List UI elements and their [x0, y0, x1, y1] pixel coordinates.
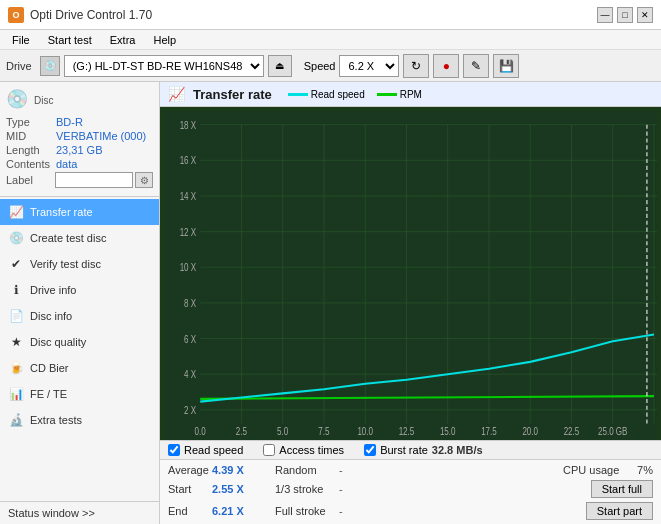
nav-extra-tests[interactable]: 🔬 Extra tests: [0, 407, 159, 433]
access-times-stat: Access times: [263, 444, 344, 456]
mid-value: VERBATIMe (000): [56, 130, 146, 142]
end-row: End 6.21 X Full stroke - Start part: [168, 500, 653, 522]
refresh-button[interactable]: ↻: [403, 54, 429, 78]
extra-tests-icon: 🔬: [8, 412, 24, 428]
status-window-label: Status window >>: [8, 507, 95, 519]
cpu-col: CPU usage 7%: [563, 464, 653, 476]
read-speed-checkbox[interactable]: [168, 444, 180, 456]
drive-select[interactable]: (G:) HL-DT-ST BD-RE WH16NS48 1.D3: [64, 55, 264, 77]
menu-help[interactable]: Help: [145, 32, 184, 48]
data-rows: Average 4.39 X Random - CPU usage 7% Sta…: [160, 459, 661, 524]
svg-text:4 X: 4 X: [184, 368, 197, 381]
toolbar: Drive 💿 (G:) HL-DT-ST BD-RE WH16NS48 1.D…: [0, 50, 661, 82]
nav-disc-quality[interactable]: ★ Disc quality: [0, 329, 159, 355]
chart-icon: 📈: [168, 86, 185, 102]
maximize-button[interactable]: □: [617, 7, 633, 23]
menu-extra[interactable]: Extra: [102, 32, 144, 48]
svg-text:14 X: 14 X: [180, 190, 197, 203]
nav-drive-info[interactable]: ℹ Drive info: [0, 277, 159, 303]
length-value: 23,31 GB: [56, 144, 102, 156]
nav-create-test-disc[interactable]: 💿 Create test disc: [0, 225, 159, 251]
random-value: -: [339, 464, 364, 476]
end-label: End: [168, 505, 208, 517]
chart-title: Transfer rate: [193, 87, 272, 102]
start-full-button[interactable]: Start full: [591, 480, 653, 498]
svg-text:5.0: 5.0: [277, 424, 288, 437]
label-input[interactable]: [55, 172, 133, 188]
nav-verify-test-disc[interactable]: ✔ Verify test disc: [0, 251, 159, 277]
status-window-button[interactable]: Status window >>: [0, 501, 159, 524]
disc-label-row: Label ⚙: [6, 172, 153, 188]
main-content: 💿 Disc Type BD-R MID VERBATIMe (000) Len…: [0, 82, 661, 524]
nav-transfer-rate[interactable]: 📈 Transfer rate: [0, 199, 159, 225]
speed-select[interactable]: 6.2 X MAX 4.0 X: [339, 55, 399, 77]
read-speed-color: [288, 93, 308, 96]
disc-type-row: Type BD-R: [6, 116, 153, 128]
svg-text:18 X: 18 X: [180, 119, 197, 132]
disc-label-label: Label: [6, 174, 55, 186]
eject-button[interactable]: ⏏: [268, 55, 292, 77]
cd-bier-icon: 🍺: [8, 360, 24, 376]
chart-header: 📈 Transfer rate Read speed RPM: [160, 82, 661, 107]
left-panel: 💿 Disc Type BD-R MID VERBATIMe (000) Len…: [0, 82, 160, 524]
menubar: File Start test Extra Help: [0, 30, 661, 50]
close-button[interactable]: ✕: [637, 7, 653, 23]
right-panel: 📈 Transfer rate Read speed RPM: [160, 82, 661, 524]
end-value: 6.21 X: [212, 505, 257, 517]
disc-header: 💿 Disc: [6, 88, 153, 112]
titlebar-left: O Opti Drive Control 1.70: [8, 7, 152, 23]
chart-legend: Read speed RPM: [288, 89, 422, 100]
average-col: Average 4.39 X: [168, 464, 257, 476]
menu-start-test[interactable]: Start test: [40, 32, 100, 48]
access-times-stat-label: Access times: [279, 444, 344, 456]
disc-info-icon: 📄: [8, 308, 24, 324]
disc-quality-icon: ★: [8, 334, 24, 350]
disc-mid-row: MID VERBATIMe (000): [6, 130, 153, 142]
start-part-button[interactable]: Start part: [586, 502, 653, 520]
legend-read-speed-label: Read speed: [311, 89, 365, 100]
nav-disc-info[interactable]: 📄 Disc info: [0, 303, 159, 329]
burst-rate-checkbox[interactable]: [364, 444, 376, 456]
app-icon: O: [8, 7, 24, 23]
stroke1-3-col: 1/3 stroke -: [275, 483, 364, 495]
speed-label: Speed: [304, 60, 336, 72]
disc-section: 💿 Disc Type BD-R MID VERBATIMe (000) Len…: [0, 82, 159, 197]
titlebar-title: Opti Drive Control 1.70: [30, 8, 152, 22]
access-times-checkbox[interactable]: [263, 444, 275, 456]
create-test-disc-icon: 💿: [8, 230, 24, 246]
save-button[interactable]: 💾: [493, 54, 519, 78]
titlebar: O Opti Drive Control 1.70 — □ ✕: [0, 0, 661, 30]
record-button[interactable]: ●: [433, 54, 459, 78]
type-value: BD-R: [56, 116, 83, 128]
disc-contents-row: Contents data: [6, 158, 153, 170]
burst-rate-value: 32.8 MB/s: [432, 444, 483, 456]
start-label: Start: [168, 483, 208, 495]
svg-text:12.5: 12.5: [399, 424, 415, 437]
menu-file[interactable]: File: [4, 32, 38, 48]
drive-label: Drive: [6, 60, 32, 72]
svg-text:15.0: 15.0: [440, 424, 456, 437]
fe-te-icon: 📊: [8, 386, 24, 402]
nav-verify-test-disc-label: Verify test disc: [30, 258, 101, 270]
label-icon-button[interactable]: ⚙: [135, 172, 153, 188]
titlebar-controls: — □ ✕: [597, 7, 653, 23]
burst-rate-stat: Burst rate 32.8 MB/s: [364, 444, 482, 456]
read-speed-stat-label: Read speed: [184, 444, 243, 456]
start-value: 2.55 X: [212, 483, 257, 495]
contents-value: data: [56, 158, 77, 170]
start-row: Start 2.55 X 1/3 stroke - Start full: [168, 478, 653, 500]
random-col: Random -: [275, 464, 364, 476]
nav-cd-bier[interactable]: 🍺 CD Bier: [0, 355, 159, 381]
nav-cd-bier-label: CD Bier: [30, 362, 69, 374]
cpu-label: CPU usage: [563, 464, 633, 476]
svg-text:0.0: 0.0: [195, 424, 206, 437]
mid-label: MID: [6, 130, 56, 142]
nav-fe-te[interactable]: 📊 FE / TE: [0, 381, 159, 407]
nav-fe-te-label: FE / TE: [30, 388, 67, 400]
svg-text:10 X: 10 X: [180, 261, 197, 274]
type-label: Type: [6, 116, 56, 128]
minimize-button[interactable]: —: [597, 7, 613, 23]
nav-menu: 📈 Transfer rate 💿 Create test disc ✔ Ver…: [0, 197, 159, 501]
nav-extra-tests-label: Extra tests: [30, 414, 82, 426]
edit-button[interactable]: ✎: [463, 54, 489, 78]
